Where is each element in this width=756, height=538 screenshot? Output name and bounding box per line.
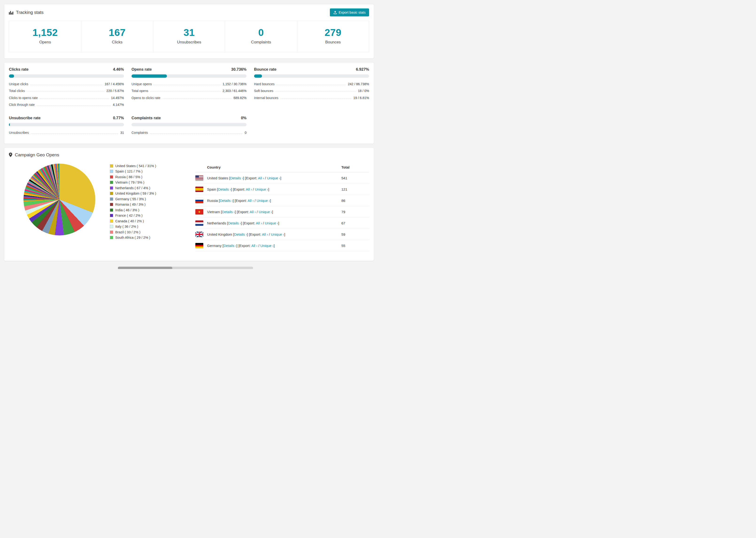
tracking-stats-card: Tracking stats Export basic stats 1,152O… bbox=[4, 4, 374, 59]
flag-es-icon bbox=[195, 187, 203, 192]
rate-row-value: 1,152 / 30.736% bbox=[223, 82, 246, 86]
details-link[interactable]: Details › bbox=[234, 232, 247, 237]
dotted-leader bbox=[150, 133, 243, 134]
rate-progress-track bbox=[254, 75, 369, 78]
rate-progress-fill bbox=[132, 75, 167, 78]
stat-clicks: 167Clicks bbox=[81, 21, 153, 52]
flag-column-header bbox=[195, 162, 207, 173]
country-total: 541 bbox=[341, 172, 369, 184]
export-unique-link[interactable]: Unique › bbox=[267, 176, 280, 180]
geo-opens-card: Campaign Geo Opens United States ( 541 /… bbox=[4, 147, 374, 261]
legend-swatch-icon bbox=[110, 208, 113, 212]
stat-label: Unsubscribes bbox=[156, 40, 223, 45]
flag-gb-icon bbox=[195, 232, 203, 237]
rate-row: Opens to clicks rate689.82% bbox=[132, 94, 246, 101]
country-column-header: Country bbox=[207, 162, 341, 173]
country-cell: Russia [Details ›] [Export: All › / Uniq… bbox=[207, 195, 341, 206]
geo-pie-legend: United States ( 541 / 31% )Spain ( 121 /… bbox=[110, 162, 189, 251]
rate-progress-track bbox=[9, 123, 124, 126]
legend-swatch-icon bbox=[110, 231, 113, 234]
geo-content: United States ( 541 / 31% )Spain ( 121 /… bbox=[9, 162, 369, 251]
rate-header: Bounce rate6.927% bbox=[254, 67, 369, 72]
flag-de-icon bbox=[195, 243, 203, 248]
details-link[interactable]: Details › bbox=[220, 198, 233, 202]
rate-rows: Unsubscribes31 bbox=[9, 129, 124, 136]
legend-label: Canada ( 40 / 2% ) bbox=[115, 219, 144, 223]
rate-title: Bounce rate bbox=[254, 67, 276, 72]
rate-row-value: 689.82% bbox=[234, 96, 246, 100]
geo-opens-title: Campaign Geo Opens bbox=[9, 152, 59, 157]
legend-swatch-icon bbox=[110, 175, 113, 179]
flag-us-icon bbox=[195, 175, 203, 181]
rate-value: 0% bbox=[241, 116, 246, 120]
export-unique-link[interactable]: Unique › bbox=[271, 232, 284, 237]
export-all-link[interactable]: All › bbox=[248, 198, 254, 202]
export-all-link[interactable]: All › bbox=[258, 176, 264, 180]
dotted-leader bbox=[150, 91, 221, 92]
rate-header: Clicks rate4.46% bbox=[9, 67, 124, 72]
rate-row-value: 31 bbox=[120, 131, 124, 134]
rate-header: Unsubscribe rate0.77% bbox=[9, 116, 124, 120]
legend-item-spain: Spain ( 121 / 7% ) bbox=[110, 170, 189, 173]
rate-row: Hard bounces242 / 86.738% bbox=[254, 81, 369, 87]
flag-cell bbox=[195, 184, 207, 195]
export-all-link[interactable]: All › bbox=[246, 187, 252, 191]
country-cell: Netherlands [Details ›] [Export: All › /… bbox=[207, 217, 341, 229]
rate-row: Unsubscribes31 bbox=[9, 129, 124, 136]
rate-row-value: 242 / 86.738% bbox=[348, 82, 369, 86]
stat-label: Bounces bbox=[299, 40, 366, 45]
stat-bounces: 279Bounces bbox=[297, 21, 369, 52]
country-cell: Germany [Details ›] [Export: All › / Uni… bbox=[207, 240, 341, 251]
stat-value: 1,152 bbox=[12, 27, 79, 38]
rate-row-value: 220 / 5.87% bbox=[106, 89, 124, 93]
legend-item-south-africa: South Africa ( 29 / 2% ) bbox=[110, 236, 189, 240]
country-name: Netherlands bbox=[207, 221, 226, 225]
export-all-link[interactable]: All › bbox=[251, 243, 257, 248]
legend-swatch-icon bbox=[110, 219, 113, 223]
stat-value: 167 bbox=[83, 27, 150, 38]
horizontal-scrollbar-thumb[interactable] bbox=[118, 267, 172, 269]
rate-row: Clicks to opens rate14.497% bbox=[9, 94, 124, 101]
rate-title: Clicks rate bbox=[9, 67, 28, 72]
geo-table-row-es: Spain [Details ›] [Export: All › / Uniqu… bbox=[195, 184, 369, 195]
rate-progress-fill bbox=[9, 75, 14, 78]
stat-label: Clicks bbox=[83, 40, 150, 45]
rate-progress-track bbox=[132, 75, 246, 78]
legend-label: United Kingdom ( 59 / 3% ) bbox=[115, 191, 156, 195]
country-total: 59 bbox=[341, 229, 369, 240]
details-link[interactable]: Details › bbox=[222, 210, 235, 214]
export-basic-stats-button[interactable]: Export basic stats bbox=[330, 9, 369, 17]
details-link[interactable]: Details › bbox=[228, 221, 241, 225]
export-all-link[interactable]: All › bbox=[262, 232, 268, 237]
export-unique-link[interactable]: Unique › bbox=[255, 187, 268, 191]
rate-complaints-rate: Complaints rate0%Complaints0 bbox=[132, 116, 246, 136]
details-link[interactable]: Details › bbox=[224, 243, 237, 248]
horizontal-scrollbar[interactable] bbox=[118, 267, 253, 269]
rates-grid: Clicks rate4.46%Unique clicks167 / 4.456… bbox=[9, 67, 369, 136]
export-unique-link[interactable]: Unique › bbox=[259, 210, 272, 214]
details-link[interactable]: Details › bbox=[218, 187, 231, 191]
rate-row: Total opens2,303 / 61.446% bbox=[132, 87, 246, 95]
export-unique-link[interactable]: Unique › bbox=[260, 243, 274, 248]
map-pin-icon bbox=[9, 153, 12, 157]
legend-item-italy: Italy ( 36 / 2% ) bbox=[110, 225, 189, 228]
rate-row-label: Unique clicks bbox=[9, 82, 28, 86]
rate-row-label: Soft bounces bbox=[254, 89, 273, 93]
rate-row: Unique opens1,152 / 30.736% bbox=[132, 81, 246, 87]
rate-progress-track bbox=[132, 123, 246, 126]
export-all-link[interactable]: All › bbox=[256, 221, 262, 225]
export-unique-link[interactable]: Unique › bbox=[257, 198, 270, 202]
stat-label: Complaints bbox=[228, 40, 295, 45]
rate-row-label: Unsubscribes bbox=[9, 131, 29, 134]
stat-opens: 1,152Opens bbox=[9, 21, 81, 52]
rate-title: Unsubscribe rate bbox=[9, 116, 41, 120]
rate-rows: Unique clicks167 / 4.456%Total clicks220… bbox=[9, 81, 124, 108]
flag-cell bbox=[195, 172, 207, 184]
rate-row-value: 0 bbox=[244, 131, 246, 134]
geo-opens-title-text: Campaign Geo Opens bbox=[15, 152, 59, 157]
flag-cell bbox=[195, 206, 207, 217]
rate-header: Complaints rate0% bbox=[132, 116, 246, 120]
details-link[interactable]: Details › bbox=[230, 176, 243, 180]
export-unique-link[interactable]: Unique › bbox=[265, 221, 278, 225]
export-all-link[interactable]: All › bbox=[250, 210, 256, 214]
